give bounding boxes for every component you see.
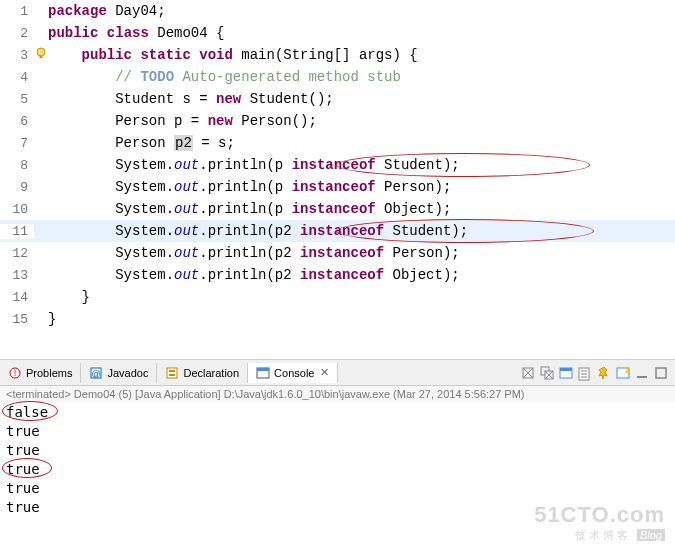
console-terminated-label: <terminated> Demo04 (5) [Java Applicatio…: [0, 386, 675, 402]
minimize-icon[interactable]: [634, 365, 650, 381]
close-icon[interactable]: ✕: [320, 366, 329, 379]
output-line: true: [6, 499, 40, 515]
line-number: 13: [0, 268, 34, 283]
svg-rect-10: [257, 368, 269, 371]
line-number: 3: [0, 48, 34, 63]
svg-rect-22: [637, 376, 647, 378]
views-tab-bar: !Problems @Javadoc Declaration Console✕: [0, 360, 675, 386]
line-number: 9: [0, 180, 34, 195]
display-selected-icon[interactable]: [558, 365, 574, 381]
open-console-icon[interactable]: [615, 365, 631, 381]
problems-icon: !: [8, 366, 22, 380]
bulb-icon[interactable]: [34, 46, 48, 64]
remove-all-icon[interactable]: [539, 365, 555, 381]
tab-label: Problems: [26, 367, 72, 379]
line-number: 5: [0, 92, 34, 107]
tab-label: Console: [274, 367, 314, 379]
output-line: true: [6, 461, 40, 477]
line-number: 6: [0, 114, 34, 129]
maximize-icon[interactable]: [653, 365, 669, 381]
svg-rect-7: [169, 370, 175, 372]
svg-rect-1: [40, 56, 43, 58]
tab-javadoc[interactable]: @Javadoc: [81, 363, 157, 383]
line-number: 7: [0, 136, 34, 151]
console-icon: [256, 366, 270, 380]
line-number: 8: [0, 158, 34, 173]
code-editor[interactable]: 1package Day04; 2public class Demo04 { 3…: [0, 0, 675, 360]
tab-problems[interactable]: !Problems: [0, 363, 81, 383]
remove-terminated-icon[interactable]: [520, 365, 536, 381]
output-line: true: [6, 442, 40, 458]
console-output[interactable]: false true true true true true: [0, 402, 675, 520]
svg-text:!: !: [14, 368, 17, 378]
svg-rect-19: [560, 368, 572, 371]
svg-rect-6: [167, 368, 177, 378]
tab-declaration[interactable]: Declaration: [157, 363, 248, 383]
line-number: 11: [0, 224, 34, 239]
line-number: 4: [0, 70, 34, 85]
svg-point-0: [37, 48, 45, 56]
output-line: true: [6, 423, 40, 439]
scroll-lock-icon[interactable]: [577, 365, 593, 381]
declaration-icon: [165, 366, 179, 380]
tab-label: Javadoc: [107, 367, 148, 379]
svg-text:@: @: [92, 369, 101, 379]
tab-console[interactable]: Console✕: [248, 363, 338, 383]
line-number: 10: [0, 202, 34, 217]
line-number: 12: [0, 246, 34, 261]
svg-rect-8: [169, 374, 175, 376]
line-number: 2: [0, 26, 34, 41]
svg-rect-23: [656, 368, 666, 378]
output-line: false: [6, 404, 48, 420]
javadoc-icon: @: [89, 366, 103, 380]
tab-label: Declaration: [183, 367, 239, 379]
line-number: 1: [0, 4, 34, 19]
line-number: 14: [0, 290, 34, 305]
pin-icon[interactable]: [596, 365, 612, 381]
line-number: 15: [0, 312, 34, 327]
output-line: true: [6, 480, 40, 496]
